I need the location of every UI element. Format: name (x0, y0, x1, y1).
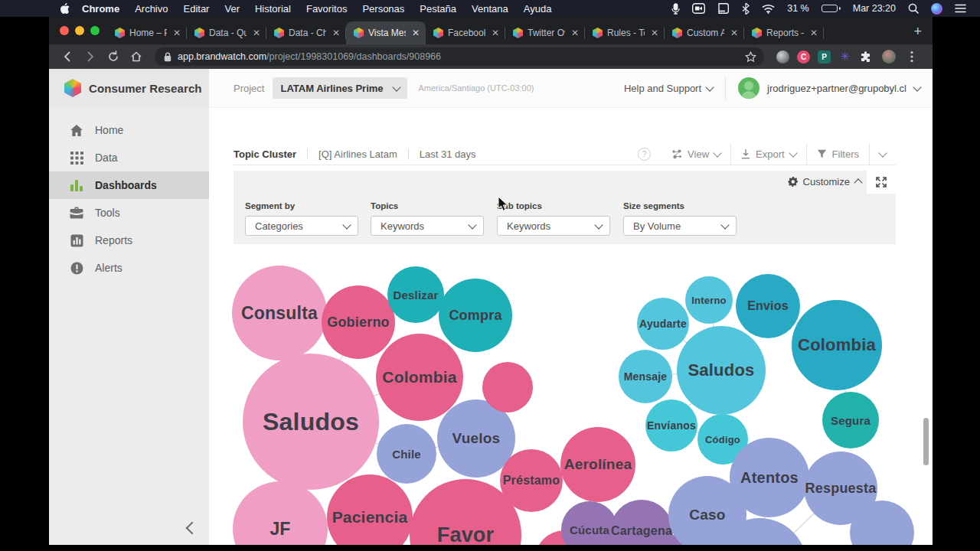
panel-more-button[interactable] (869, 143, 896, 165)
browser-tab[interactable]: Vista Mes✕ (346, 21, 426, 44)
topic-bubble[interactable]: Saludos (243, 354, 379, 490)
spotlight-icon[interactable] (902, 3, 925, 14)
home-icon[interactable] (126, 47, 147, 67)
topic-bubble[interactable]: Segura (822, 392, 879, 448)
control-select[interactable]: Keywords (497, 216, 610, 236)
menu-ventana[interactable]: Ventana (464, 3, 516, 15)
topic-bubble[interactable]: Gobierno (322, 285, 395, 359)
sidebar-item-reports[interactable]: Reports (49, 227, 209, 254)
postman-icon[interactable]: P (818, 51, 831, 64)
minimize-window-button[interactable] (75, 26, 84, 35)
back-icon[interactable] (57, 47, 78, 67)
apple-icon[interactable] (60, 3, 70, 15)
bluetooth-icon[interactable] (736, 3, 756, 15)
browser-tab[interactable]: Custom Al✕ (665, 21, 744, 44)
starburst-icon[interactable]: ✳ (838, 51, 851, 64)
menu-favoritos[interactable]: Favoritos (299, 3, 354, 15)
customize-button[interactable]: Customize (788, 176, 861, 187)
reload-icon[interactable] (103, 47, 124, 67)
help-icon[interactable]: ? (638, 148, 651, 161)
menu-archivo[interactable]: Archivo (127, 3, 175, 15)
topic-bubble[interactable]: Interno (685, 276, 733, 324)
topic-bubble[interactable]: Mensaje (619, 350, 672, 403)
topic-bubble[interactable]: Consulta (232, 266, 327, 360)
microphone-icon[interactable] (665, 3, 686, 15)
panel-date-range[interactable]: Last 31 days (409, 148, 487, 160)
topic-bubble[interactable]: Aerolínea (560, 427, 635, 502)
wifi-icon[interactable] (756, 4, 781, 14)
extension-avatar-icon[interactable] (776, 51, 789, 64)
view-button[interactable]: View (662, 143, 730, 165)
control-select[interactable]: Keywords (371, 216, 484, 236)
sidebar-item-home[interactable]: Home (49, 116, 209, 144)
tab-close-icon[interactable]: ✕ (331, 28, 341, 38)
screen-record-icon[interactable] (686, 3, 711, 14)
menubar-clock[interactable]: Mar 23:20 (847, 3, 902, 14)
export-button[interactable]: Export (730, 143, 806, 165)
help-support-menu[interactable]: Help and Support (624, 83, 713, 94)
menu-pestana[interactable]: Pestaña (412, 3, 464, 15)
topic-bubble[interactable]: Colombia (792, 300, 882, 390)
topic-bubble[interactable]: Ayudarte (637, 298, 689, 350)
browser-tab[interactable]: Data - Que✕ (187, 21, 266, 44)
browser-tab[interactable]: Home – Pr✕ (107, 21, 187, 44)
topic-bubble[interactable]: Colombia (376, 334, 463, 421)
display-icon[interactable] (711, 3, 736, 14)
collapse-sidebar-icon[interactable] (186, 522, 199, 535)
menu-editar[interactable]: Editar (175, 3, 217, 15)
topic-bubble[interactable] (482, 362, 533, 412)
tab-close-icon[interactable]: ✕ (729, 28, 740, 38)
puzzle-icon[interactable] (859, 51, 872, 64)
sidebar-item-tools[interactable]: Tools (49, 199, 209, 227)
browser-tab[interactable]: Data - Cha✕ (266, 21, 346, 44)
vertical-scrollbar[interactable] (923, 418, 929, 465)
colorzilla-icon[interactable]: C (797, 51, 810, 64)
menu-ver[interactable]: Ver (217, 3, 247, 15)
sidebar-item-data[interactable]: Data (49, 144, 209, 171)
topic-bubble[interactable]: Envíanos (645, 399, 697, 452)
menu-personas[interactable]: Personas (354, 3, 412, 15)
topic-bubble[interactable]: Deslizar (387, 266, 444, 323)
tab-close-icon[interactable]: ✕ (172, 28, 182, 38)
fullscreen-button[interactable] (867, 171, 896, 194)
user-avatar[interactable] (738, 77, 760, 99)
topic-bubble-label: Gobierno (327, 315, 390, 331)
sidebar-item-dashboards[interactable]: Dashboards (49, 171, 209, 199)
brand-block[interactable]: Consumer Research (49, 69, 209, 107)
address-bar[interactable]: app.brandwatch.com/project/1998301069/da… (155, 47, 764, 66)
topic-bubble[interactable]: Saludos (677, 326, 766, 415)
panel-query[interactable]: [Q] Airlines Latam (308, 148, 408, 160)
tab-close-icon[interactable]: ✕ (808, 28, 819, 38)
tab-close-icon[interactable]: ✕ (570, 28, 580, 38)
control-select[interactable]: By Volume (623, 216, 737, 236)
siri-icon[interactable] (925, 3, 949, 15)
profile-avatar[interactable] (878, 47, 900, 67)
chrome-menu-icon[interactable] (901, 47, 923, 67)
menu-ayuda[interactable]: Ayuda (516, 3, 560, 15)
forward-icon[interactable] (80, 47, 101, 67)
zoom-window-button[interactable] (90, 26, 100, 35)
menu-historial[interactable]: Historial (247, 3, 299, 15)
sidebar-item-alerts[interactable]: Alerts (49, 254, 209, 282)
control-select[interactable]: Categories (245, 216, 358, 236)
tab-close-icon[interactable]: ✕ (251, 28, 262, 38)
tab-close-icon[interactable]: ✕ (410, 28, 421, 38)
topic-bubble[interactable]: Envios (736, 274, 800, 338)
new-tab-button[interactable]: + (906, 24, 933, 44)
control-center-icon[interactable] (949, 4, 972, 13)
close-window-button[interactable] (60, 26, 69, 35)
browser-tab[interactable]: Rules - To✕ (585, 21, 665, 44)
filters-button[interactable]: Filters (806, 143, 869, 165)
chevron-down-icon[interactable] (913, 83, 921, 91)
tab-close-icon[interactable]: ✕ (490, 28, 501, 38)
browser-tab[interactable]: Facebook✕ (426, 21, 505, 44)
browser-tab[interactable]: Twitter Ov✕ (505, 21, 585, 44)
menu-app-name[interactable]: Chrome (74, 3, 127, 15)
topic-bubble[interactable]: Chile (377, 424, 436, 484)
tab-close-icon[interactable]: ✕ (649, 28, 660, 38)
browser-tab[interactable]: Reports –✕ (744, 21, 824, 44)
topic-bubble[interactable]: Compra (439, 279, 512, 352)
project-select[interactable]: LATAM Airlines Prime (273, 77, 407, 99)
bookmark-star-icon[interactable] (745, 51, 761, 63)
url-path: /project/1998301069/dashboards/908966 (266, 51, 441, 62)
